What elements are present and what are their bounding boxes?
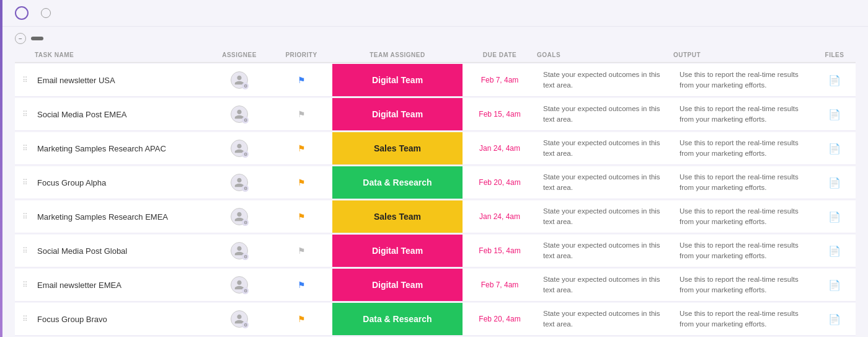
due-date: Feb 20, 4am: [479, 178, 520, 187]
header-bar: [0, 0, 868, 27]
goals-cell: State your expected outcomes in this tex…: [537, 65, 673, 96]
files-cell[interactable]: 📄: [810, 313, 859, 325]
assignee-cell[interactable]: ⚙: [208, 242, 270, 259]
section-toggle[interactable]: −: [15, 33, 26, 44]
assignee-cell[interactable]: ⚙: [208, 106, 270, 123]
assignee-cell[interactable]: ⚙: [208, 140, 270, 157]
files-cell[interactable]: 📄: [810, 177, 859, 189]
team-badge: Sales Team: [332, 200, 463, 233]
team-cell[interactable]: Data & Research: [332, 166, 463, 199]
priority-cell[interactable]: ⚑: [270, 280, 332, 290]
table-row[interactable]: ⠿ Focus Group Alpha ⚙ ⚑ Data & Research …: [15, 166, 856, 199]
file-icon: 📄: [828, 74, 841, 86]
team-cell[interactable]: Digital Team: [332, 98, 463, 130]
gear-badge: ⚙: [242, 253, 249, 260]
table-row[interactable]: ⠿ Social Media Post EMEA ⚙ ⚑ Digital Tea…: [15, 98, 856, 131]
files-cell[interactable]: 📄: [810, 109, 859, 120]
due-date: Feb 7, 4am: [481, 76, 519, 84]
col-header-drag: [15, 52, 35, 58]
flag-icon: ⚑: [298, 212, 306, 222]
due-date: Jan 24, 4am: [479, 144, 520, 153]
priority-cell[interactable]: ⚑: [270, 314, 332, 324]
priority-cell[interactable]: ⚑: [270, 177, 332, 187]
team-cell[interactable]: Sales Team: [332, 200, 463, 233]
gear-badge: ⚙: [242, 83, 249, 89]
task-list: ⠿ Email newsletter USA ⚙ ⚑ Digital Team …: [15, 64, 856, 336]
avatar: ⚙: [231, 174, 248, 191]
flag-icon: ⚑: [298, 280, 306, 290]
files-cell[interactable]: 📄: [810, 279, 859, 291]
due-date-cell: Jan 24, 4am: [463, 212, 537, 221]
goals-cell: State your expected outcomes in this tex…: [537, 303, 673, 335]
task-name: Marketing Samples Research EMEA: [35, 207, 208, 227]
team-cell[interactable]: Sales Team: [332, 132, 463, 164]
section-label: [31, 37, 43, 40]
assignee-cell[interactable]: ⚙: [208, 208, 270, 225]
info-icon[interactable]: [41, 8, 51, 18]
file-icon: 📄: [828, 245, 841, 257]
task-name: Focus Group Alpha: [35, 173, 208, 192]
team-cell[interactable]: Digital Team: [332, 235, 463, 267]
priority-cell[interactable]: ⚑: [270, 143, 332, 153]
goals-cell: State your expected outcomes in this tex…: [537, 235, 673, 267]
team-badge: Data & Research: [332, 166, 463, 199]
assignee-cell[interactable]: ⚙: [208, 310, 270, 328]
team-cell[interactable]: Digital Team: [332, 64, 463, 96]
avatar: ⚙: [231, 208, 248, 225]
flag-icon: ⚑: [298, 109, 306, 119]
new-task-button[interactable]: [57, 11, 67, 16]
col-header-team: TEAM ASSIGNED: [332, 52, 463, 58]
goals-cell: State your expected outcomes in this tex…: [537, 133, 673, 164]
team-badge: Digital Team: [332, 269, 463, 301]
priority-cell[interactable]: ⚑: [270, 75, 332, 85]
goals-cell: State your expected outcomes in this tex…: [537, 99, 673, 130]
due-date-cell: Jan 24, 4am: [463, 144, 537, 153]
file-icon: 📄: [828, 143, 841, 155]
output-cell: Use this to report the real-time results…: [673, 303, 810, 335]
flag-icon: ⚑: [298, 246, 306, 256]
team-cell[interactable]: Digital Team: [332, 269, 463, 301]
due-date-cell: Feb 15, 4am: [463, 246, 537, 255]
goals-cell: State your expected outcomes in this tex…: [537, 201, 673, 233]
flag-icon: ⚑: [298, 75, 306, 85]
gear-badge: ⚙: [242, 151, 249, 158]
due-date: Feb 7, 4am: [481, 281, 519, 289]
left-border: [0, 0, 2, 337]
avatar: ⚙: [231, 310, 248, 328]
table-row[interactable]: ⠿ Focus Group Bravo ⚙ ⚑ Data & Research …: [15, 303, 856, 336]
table-row[interactable]: ⠿ Email newsletter USA ⚙ ⚑ Digital Team …: [15, 64, 856, 97]
table-row[interactable]: ⠿ Social Media Post Global ⚙ ⚑ Digital T…: [15, 235, 856, 267]
files-cell[interactable]: 📄: [810, 143, 859, 155]
output-cell: Use this to report the real-time results…: [673, 65, 810, 96]
priority-cell[interactable]: ⚑: [270, 109, 332, 119]
table-row[interactable]: ⠿ Marketing Samples Research EMEA ⚙ ⚑ Sa…: [15, 200, 856, 233]
output-cell: Use this to report the real-time results…: [673, 99, 810, 130]
files-cell[interactable]: 📄: [810, 74, 859, 86]
due-date-cell: Feb 20, 4am: [463, 178, 537, 187]
due-date: Feb 15, 4am: [479, 246, 520, 255]
avatar: ⚙: [231, 242, 248, 259]
avatar: ⚙: [231, 276, 248, 294]
assignee-cell[interactable]: ⚙: [208, 71, 270, 89]
team-badge: Digital Team: [332, 98, 463, 130]
files-cell[interactable]: 📄: [810, 245, 859, 257]
due-date-cell: Feb 7, 4am: [463, 281, 537, 289]
priority-cell[interactable]: ⚑: [270, 212, 332, 222]
col-header-duedate: DUE DATE: [463, 52, 537, 58]
flag-icon: ⚑: [298, 143, 306, 153]
table-row[interactable]: ⠿ Marketing Samples Research APAC ⚙ ⚑ Sa…: [15, 132, 856, 165]
flag-icon: ⚑: [298, 177, 306, 187]
task-name: Email newsletter EMEA: [35, 276, 208, 295]
project-icon[interactable]: [15, 6, 29, 20]
files-cell[interactable]: 📄: [810, 211, 859, 223]
table-row[interactable]: ⠿ Email newsletter EMEA ⚙ ⚑ Digital Team…: [15, 269, 856, 302]
assignee-cell[interactable]: ⚙: [208, 174, 270, 191]
goals-cell: State your expected outcomes in this tex…: [537, 167, 673, 199]
drag-handle: ⠿: [15, 178, 35, 187]
assignee-cell[interactable]: ⚙: [208, 276, 270, 294]
team-cell[interactable]: Data & Research: [332, 303, 463, 335]
priority-cell[interactable]: ⚑: [270, 246, 332, 256]
col-header-assignee: ASSIGNEE: [208, 52, 270, 58]
file-icon: 📄: [828, 177, 841, 189]
output-cell: Use this to report the real-time results…: [673, 201, 810, 233]
